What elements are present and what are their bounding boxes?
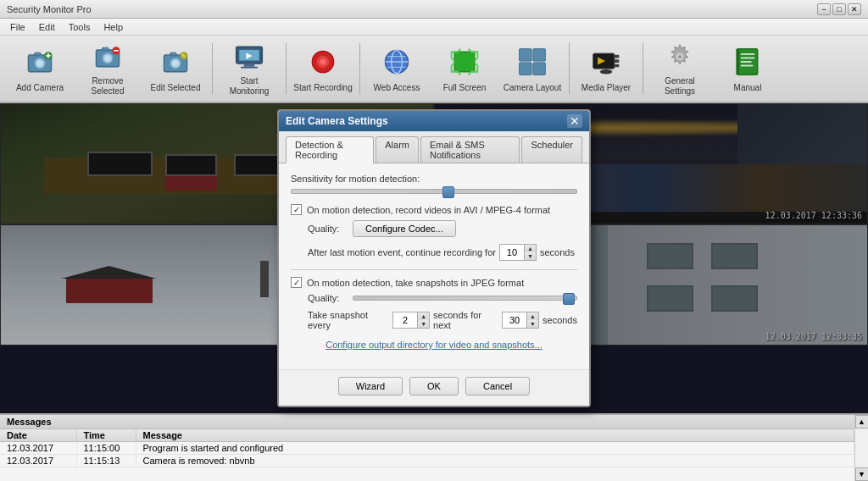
messages-tbody: 12.03.2017 11:15:00 Program is started a… bbox=[0, 442, 854, 467]
snapshot-every-input[interactable] bbox=[393, 312, 417, 328]
separator-2 bbox=[286, 43, 287, 94]
quality-row-2: Quality: bbox=[308, 293, 577, 303]
svg-point-9 bbox=[104, 55, 110, 61]
tab-email-sms[interactable]: Email & SMS Notifications bbox=[420, 136, 520, 163]
separator-4 bbox=[569, 43, 570, 94]
record-videos-checkbox[interactable]: ✓ bbox=[291, 204, 302, 215]
svg-rect-22 bbox=[241, 67, 258, 69]
web-access-label: Web Access bbox=[374, 83, 420, 93]
snapshot-next-down[interactable]: ▼ bbox=[526, 320, 538, 328]
config-directory-link[interactable]: Configure output directory for video and… bbox=[326, 340, 542, 350]
scroll-down-button[interactable]: ▼ bbox=[855, 467, 869, 481]
sensitivity-slider-thumb[interactable] bbox=[442, 186, 454, 198]
spinner-down[interactable]: ▼ bbox=[524, 252, 536, 260]
quality-2-slider[interactable] bbox=[353, 296, 577, 301]
svg-point-42 bbox=[600, 69, 612, 74]
menu-help[interactable]: Help bbox=[97, 20, 130, 34]
snapshot-next-up[interactable]: ▲ bbox=[526, 312, 538, 320]
start-recording-label: Start Recording bbox=[293, 83, 352, 93]
add-camera-button[interactable]: Add Camera bbox=[7, 39, 73, 98]
tab-detection-recording[interactable]: Detection & Recording bbox=[286, 136, 374, 163]
sensitivity-slider[interactable] bbox=[291, 189, 577, 194]
svg-rect-51 bbox=[736, 49, 739, 75]
quality-1-label: Quality: bbox=[308, 224, 346, 234]
col-date: Date bbox=[0, 429, 76, 442]
remove-selected-button[interactable]: Remove Selected bbox=[75, 39, 141, 98]
svg-rect-33 bbox=[520, 49, 531, 61]
general-settings-button[interactable]: General Settings bbox=[647, 39, 713, 98]
table-header-row: Date Time Message bbox=[0, 429, 854, 442]
menu-edit[interactable]: Edit bbox=[32, 20, 62, 34]
svg-rect-49 bbox=[741, 61, 752, 63]
separator-3 bbox=[359, 43, 360, 94]
camera-layout-label: Camera Layout bbox=[504, 83, 561, 93]
after-last-label: After last motion event, continue record… bbox=[308, 247, 496, 257]
media-player-button[interactable]: Media Player bbox=[573, 39, 639, 98]
menu-file[interactable]: File bbox=[3, 20, 32, 34]
tab-scheduler[interactable]: Scheduler bbox=[521, 136, 582, 163]
modal-title-bar: Edit Camera Settings ✕ bbox=[279, 111, 589, 131]
spinner-up[interactable]: ▲ bbox=[524, 245, 536, 252]
full-screen-icon bbox=[447, 44, 482, 80]
edit-camera-settings-dialog: Edit Camera Settings ✕ Detection & Recor… bbox=[277, 109, 591, 407]
ok-button[interactable]: OK bbox=[409, 377, 459, 395]
full-screen-label: Full Screen bbox=[443, 83, 487, 93]
row2-date: 12.03.2017 bbox=[0, 455, 76, 467]
start-monitoring-button[interactable]: Start Monitoring bbox=[216, 39, 282, 98]
cancel-button[interactable]: Cancel bbox=[465, 377, 530, 395]
remove-selected-icon bbox=[90, 41, 125, 73]
message-row-1: 12.03.2017 11:15:00 Program is started a… bbox=[0, 442, 854, 455]
manual-button[interactable]: Manual bbox=[715, 39, 781, 98]
messages-header: Messages bbox=[0, 415, 868, 429]
app-title: Security Monitor Pro bbox=[7, 4, 92, 14]
svg-rect-47 bbox=[741, 53, 754, 55]
after-last-seconds-label: seconds bbox=[540, 247, 575, 257]
svg-point-45 bbox=[678, 55, 682, 58]
manual-icon bbox=[730, 44, 765, 80]
minimize-button[interactable]: − bbox=[817, 3, 831, 15]
continue-recording-input[interactable] bbox=[500, 245, 524, 260]
svg-point-15 bbox=[172, 60, 178, 66]
edit-selected-button[interactable]: ✎ Edit Selected bbox=[142, 39, 209, 98]
snapshot-every-label: Take snapshot every bbox=[308, 310, 389, 330]
configure-codec-button[interactable]: Configure Codec... bbox=[353, 220, 456, 237]
web-access-icon bbox=[379, 44, 415, 80]
menu-tools[interactable]: Tools bbox=[62, 20, 97, 34]
edit-selected-icon: ✎ bbox=[158, 44, 193, 80]
separator-5 bbox=[643, 43, 643, 94]
snapshots-row: ✓ On motion detection, take snapshots in… bbox=[291, 277, 577, 288]
start-recording-button[interactable]: Start Recording bbox=[290, 39, 356, 98]
snapshot-next-spinner[interactable]: ▲ ▼ bbox=[502, 312, 539, 329]
svg-rect-50 bbox=[741, 65, 753, 67]
svg-point-2 bbox=[36, 60, 42, 66]
snapshot-next-input[interactable] bbox=[503, 312, 526, 328]
snapshot-every-spinner[interactable]: ▲ ▼ bbox=[392, 312, 430, 329]
tab-alarm[interactable]: Alarm bbox=[376, 136, 419, 163]
modal-overlay: Edit Camera Settings ✕ Detection & Recor… bbox=[0, 103, 868, 413]
separator-1 bbox=[212, 43, 213, 94]
row1-time: 11:15:00 bbox=[76, 442, 136, 455]
quality-2-thumb[interactable] bbox=[563, 293, 575, 305]
maximize-button[interactable]: □ bbox=[832, 3, 846, 15]
close-button[interactable]: ✕ bbox=[848, 3, 861, 15]
web-access-button[interactable]: Web Access bbox=[364, 39, 430, 98]
svg-rect-34 bbox=[533, 49, 545, 61]
title-bar: Security Monitor Pro − □ ✕ bbox=[0, 0, 868, 19]
svg-rect-3 bbox=[35, 53, 41, 56]
continue-recording-spinner[interactable]: ▲ ▼ bbox=[499, 244, 537, 261]
modal-close-button[interactable]: ✕ bbox=[567, 114, 582, 128]
col-message: Message bbox=[136, 429, 854, 442]
messages-scrollbar[interactable]: ▲ ▼ bbox=[854, 415, 868, 481]
scroll-up-button[interactable]: ▲ bbox=[855, 415, 869, 428]
media-player-icon bbox=[588, 44, 624, 80]
toolbar: Add Camera Remove Selected ✎ bbox=[0, 36, 868, 103]
wizard-button[interactable]: Wizard bbox=[338, 377, 403, 395]
snapshot-spinner-up[interactable]: ▲ bbox=[417, 312, 429, 320]
full-screen-button[interactable]: Full Screen bbox=[431, 39, 498, 98]
message-row-2: 12.03.2017 11:15:13 Camera is removed: n… bbox=[0, 455, 854, 467]
content-area: 12.03.2017 12:33: 12.03.2017 12:33:36 bbox=[0, 103, 868, 413]
snapshot-spinner-down[interactable]: ▼ bbox=[417, 320, 429, 328]
snapshots-checkbox[interactable]: ✓ bbox=[291, 277, 302, 288]
modal-title: Edit Camera Settings bbox=[286, 115, 388, 127]
camera-layout-button[interactable]: Camera Layout bbox=[499, 39, 565, 98]
